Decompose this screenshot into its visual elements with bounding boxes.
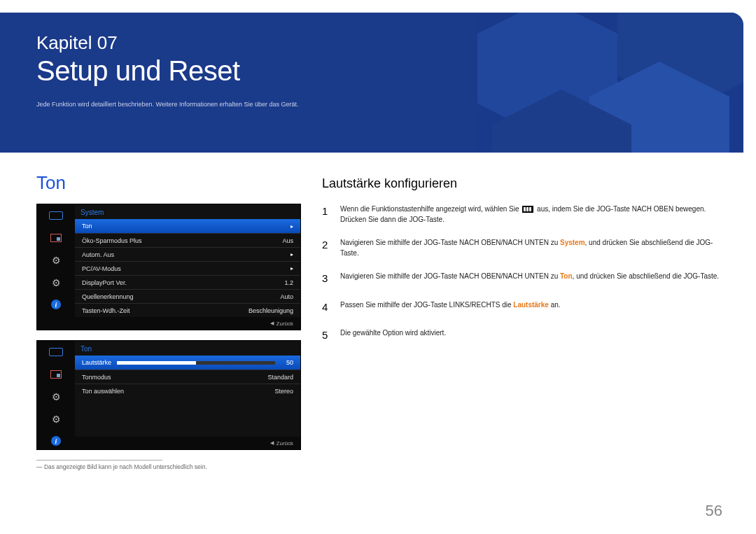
osd-row: Öko-Sparmodus PlusAus [75, 233, 300, 247]
page-number: 56 [706, 502, 722, 520]
osd1-back: ◀Zurück [75, 317, 300, 330]
chapter-description: Jede Funktion wird detailliert beschrieb… [36, 101, 743, 108]
osd-row-value: Aus [282, 237, 293, 244]
osd-row: Ton auswählenStereo [75, 384, 300, 398]
step-text: Wenn die Funktionstastenhilfe angezeigt … [340, 204, 706, 225]
instruction-step: 2Navigieren Sie mithilfe der JOG-Taste N… [322, 237, 722, 258]
osd2-header: Ton [75, 341, 300, 356]
step-number: 3 [322, 271, 332, 287]
osd-row-value: Auto [280, 293, 293, 300]
osd-row-label: Quellenerkennung [82, 293, 134, 300]
osd-row-value: ▸ [290, 251, 293, 258]
instruction-step: 5Die gewählte Option wird aktiviert. [322, 328, 722, 344]
osd-row-label: Ton [82, 223, 92, 230]
monitor-icon [37, 341, 75, 363]
step-text: Navigieren Sie mithilfe der JOG-Taste NA… [340, 271, 719, 287]
osd-screenshot-system: ⚙ ⚙ i System Ton▸Öko-Sparmodus PlusAusAu… [36, 204, 301, 330]
osd-row-label: Tonmodus [82, 374, 111, 381]
chapter-label: Kapitel 07 [36, 32, 743, 54]
osd-row: Ton▸ [75, 219, 300, 233]
step-number: 1 [322, 204, 332, 225]
instruction-step: 3Navigieren Sie mithilfe der JOG-Taste N… [322, 271, 722, 287]
osd-row-label: Tasten-Wdh.-Zeit [82, 307, 130, 314]
osd-row-label: Öko-Sparmodus Plus [82, 237, 142, 244]
osd1-header: System [75, 204, 300, 219]
step-number: 4 [322, 300, 332, 316]
osd-row-value: ▸ [290, 265, 293, 272]
osd-row-label: Ton auswählen [82, 388, 124, 395]
osd-row-value: Standard [267, 374, 293, 381]
osd-row-value: Beschleunigung [248, 307, 293, 314]
osd-row: PC/AV-Modus▸ [75, 261, 300, 275]
subsection-title: Lautstärke konfigurieren [322, 176, 722, 191]
instruction-step: 4Passen Sie mithilfe der JOG-Taste LINKS… [322, 300, 722, 316]
osd-row: Autom. Aus▸ [75, 247, 300, 261]
gear-icon: ⚙ [37, 386, 75, 408]
step-number: 5 [322, 328, 332, 344]
osd-row-label: Lautstärke [82, 359, 111, 366]
picture-icon [37, 363, 75, 386]
volume-slider [117, 361, 275, 365]
osd2-back: ◀Zurück [75, 437, 300, 449]
osd-screenshot-ton: ⚙ ⚙ i Ton Lautstärke50TonmodusStandardTo… [36, 340, 301, 450]
step-number: 2 [322, 237, 332, 258]
step-text: Passen Sie mithilfe der JOG-Taste LINKS/… [340, 300, 561, 316]
step-text: Navigieren Sie mithilfe der JOG-Taste NA… [340, 237, 722, 258]
chapter-title: Setup und Reset [36, 55, 743, 87]
gear2-icon: ⚙ [37, 272, 75, 294]
footnote-separator [36, 460, 162, 461]
osd-row-value: 50 [281, 359, 293, 366]
osd-row: Tasten-Wdh.-ZeitBeschleunigung [75, 303, 300, 317]
osd-row: DisplayPort Ver.1.2 [75, 275, 300, 289]
osd-row-label: PC/AV-Modus [82, 265, 121, 272]
menu-icon [522, 206, 533, 213]
osd-row: QuellenerkennungAuto [75, 289, 300, 303]
step-text: Die gewählte Option wird aktiviert. [340, 328, 446, 344]
picture-icon [37, 227, 75, 249]
gear-icon: ⚙ [37, 249, 75, 272]
monitor-icon [37, 204, 75, 227]
info-icon: i [37, 430, 75, 449]
instruction-step: 1Wenn die Funktionstastenhilfe angezeigt… [322, 204, 722, 225]
footnote: ― Das angezeigte Bild kann je nach Model… [36, 463, 302, 470]
osd-row: TonmodusStandard [75, 370, 300, 384]
osd-row-value: ▸ [290, 223, 293, 230]
osd-row-value: 1.2 [284, 279, 293, 286]
section-title: Ton [36, 172, 302, 194]
osd-row-label: Autom. Aus [82, 251, 114, 258]
gear2-icon: ⚙ [37, 408, 75, 430]
chapter-header: Kapitel 07 Setup und Reset Jede Funktion… [0, 13, 743, 153]
osd-row-value: Stereo [274, 388, 293, 395]
osd-row: Lautstärke50 [75, 356, 300, 370]
info-icon: i [37, 294, 75, 330]
osd-row-label: DisplayPort Ver. [82, 279, 127, 286]
